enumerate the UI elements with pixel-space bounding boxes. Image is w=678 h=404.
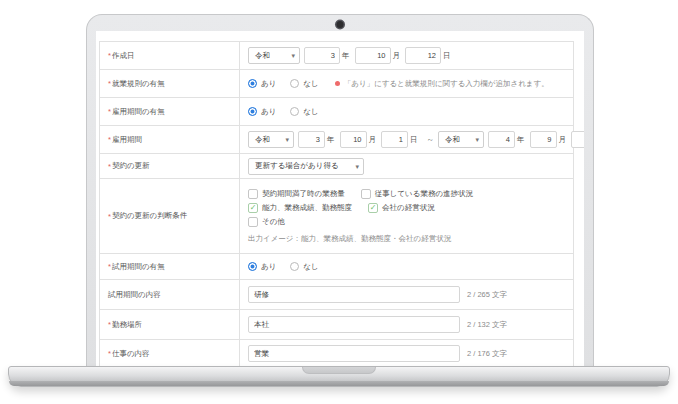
chevron-down-icon <box>471 135 479 144</box>
char-counter: 2 / 176 文字 <box>467 349 507 359</box>
end-year-input[interactable] <box>488 131 515 148</box>
form-row-trial-period-presence: * 試用期間の有無 あり なし <box>100 254 573 280</box>
required-asterisk: * <box>108 107 111 116</box>
row-value: あり なし 「あり」にすると就業規則に関する入力欄が追加されます。 <box>240 70 573 97</box>
work-location-input[interactable] <box>248 316 460 333</box>
month-input[interactable] <box>355 47 391 64</box>
start-day-input[interactable] <box>381 131 408 148</box>
era-select-value: 令和 <box>255 135 270 145</box>
checkbox-label: 契約期間満了時の業務量 <box>262 189 345 199</box>
form-row-employment-period: * 雇用期間 令和 年 月 日 ～ <box>100 126 573 154</box>
checkbox-label: 能力、業務成績、勤務態度 <box>262 203 352 213</box>
start-era-select[interactable]: 令和 <box>248 131 294 148</box>
radio-icon <box>290 79 299 88</box>
row-value: 令和 年 月 日 <box>240 42 573 69</box>
year-unit: 年 <box>327 135 335 145</box>
year-input[interactable] <box>304 47 340 64</box>
row-value: あり なし <box>240 98 573 125</box>
checkbox-item-progress[interactable]: 従事している業務の進捗状況 <box>361 189 473 199</box>
row-value: あり なし <box>240 254 573 279</box>
radio-nashi[interactable]: なし <box>290 107 318 117</box>
screen-content: * 作成日 令和 年 月 日 <box>96 31 584 366</box>
row-label: * 契約の更新の判断条件 <box>100 179 240 253</box>
day-unit: 日 <box>443 51 451 61</box>
row-value: 2 / 265 文字 <box>240 280 573 309</box>
contract-renewal-value: 更新する場合があり得る <box>255 161 339 171</box>
row-label-text: 勤務場所 <box>112 320 142 330</box>
char-counter: 2 / 265 文字 <box>467 290 507 300</box>
radio-icon <box>290 262 299 271</box>
form-row-renewal-criteria: * 契約の更新の判断条件 契約期間満了時の業務量 従事している業務の進捗状況 <box>100 179 573 254</box>
row-label-text: 試用期間の有無 <box>112 262 165 272</box>
form-row-work-location: * 勤務場所 2 / 132 文字 <box>100 310 573 340</box>
checkbox-item-workload[interactable]: 契約期間満了時の業務量 <box>248 189 345 199</box>
radio-icon <box>248 79 257 88</box>
row-value: 2 / 176 文字 <box>240 340 573 366</box>
radio-label: あり <box>261 262 276 272</box>
chevron-down-icon <box>281 135 289 144</box>
era-select[interactable]: 令和 <box>248 47 300 64</box>
required-asterisk: * <box>108 162 111 171</box>
checkbox-line: その他 <box>248 217 285 227</box>
row-value: 更新する場合があり得る <box>240 154 573 178</box>
checkbox-label: その他 <box>262 217 285 227</box>
contract-renewal-select[interactable]: 更新する場合があり得る <box>248 158 364 175</box>
work-rules-note: 「あり」にすると就業規則に関する入力欄が追加されます。 <box>333 79 549 89</box>
checkbox-icon[interactable] <box>368 203 378 213</box>
chevron-down-icon <box>351 162 359 171</box>
laptop-base-notch <box>302 367 376 374</box>
required-asterisk: * <box>108 262 111 271</box>
range-separator: ～ <box>427 135 435 145</box>
start-month-input[interactable] <box>340 131 367 148</box>
required-asterisk: * <box>108 79 111 88</box>
checkbox-icon[interactable] <box>248 203 258 213</box>
end-era-select[interactable]: 令和 <box>438 131 484 148</box>
day-unit: 日 <box>410 135 418 145</box>
checkbox-item-company-finance[interactable]: 会社の経営状況 <box>368 203 435 213</box>
end-day-input[interactable] <box>571 131 584 148</box>
radio-nashi[interactable]: なし <box>290 262 318 272</box>
row-label-text: 雇用期間 <box>112 135 142 145</box>
form-row-job-description: * 仕事の内容 2 / 176 文字 <box>100 340 573 366</box>
era-select-value: 令和 <box>255 51 270 61</box>
month-unit: 月 <box>393 51 401 61</box>
row-label-text: 試用期間の内容 <box>108 290 161 300</box>
checkbox-label: 会社の経営状況 <box>382 203 435 213</box>
start-year-input[interactable] <box>298 131 325 148</box>
row-label: * 雇用期間の有無 <box>100 98 240 125</box>
radio-ari[interactable]: あり <box>248 262 276 272</box>
trial-period-content-input[interactable] <box>248 286 460 303</box>
radio-ari[interactable]: あり <box>248 79 276 89</box>
row-label: * 雇用期間 <box>100 126 240 153</box>
laptop-base <box>8 366 670 387</box>
laptop-screen-bezel: * 作成日 令和 年 月 日 <box>86 14 594 366</box>
radio-label: あり <box>261 107 276 117</box>
row-label-text: 仕事の内容 <box>112 349 150 359</box>
checkbox-icon[interactable] <box>361 189 371 199</box>
checkbox-line: 能力、業務成績、勤務態度 会社の経営状況 <box>248 203 435 213</box>
month-unit: 月 <box>369 135 377 145</box>
row-label: * 作成日 <box>100 42 240 69</box>
row-label: * 仕事の内容 <box>100 340 240 366</box>
end-month-input[interactable] <box>530 131 557 148</box>
radio-label: なし <box>303 107 318 117</box>
checkbox-item-ability[interactable]: 能力、業務成績、勤務態度 <box>248 203 352 213</box>
note-text: 「あり」にすると就業規則に関する入力欄が追加されます。 <box>344 79 549 89</box>
form-row-work-rules: * 就業規則の有無 あり なし <box>100 70 573 98</box>
radio-ari[interactable]: あり <box>248 107 276 117</box>
laptop-mockup: * 作成日 令和 年 月 日 <box>0 0 678 404</box>
checkbox-line: 契約期間満了時の業務量 従事している業務の進捗状況 <box>248 189 473 199</box>
job-description-input[interactable] <box>248 345 460 362</box>
char-counter: 2 / 132 文字 <box>467 320 507 330</box>
form-row-creation-date: * 作成日 令和 年 月 日 <box>100 42 573 70</box>
form-row-employment-period-presence: * 雇用期間の有無 あり なし <box>100 98 573 126</box>
checkbox-icon[interactable] <box>248 217 258 227</box>
row-label: * 就業規則の有無 <box>100 70 240 97</box>
checkbox-icon[interactable] <box>248 189 258 199</box>
month-unit: 月 <box>559 135 567 145</box>
day-input[interactable] <box>405 47 441 64</box>
checkbox-item-other[interactable]: その他 <box>248 217 285 227</box>
radio-nashi[interactable]: なし <box>290 79 318 89</box>
row-label: * 勤務場所 <box>100 310 240 339</box>
radio-label: あり <box>261 79 276 89</box>
